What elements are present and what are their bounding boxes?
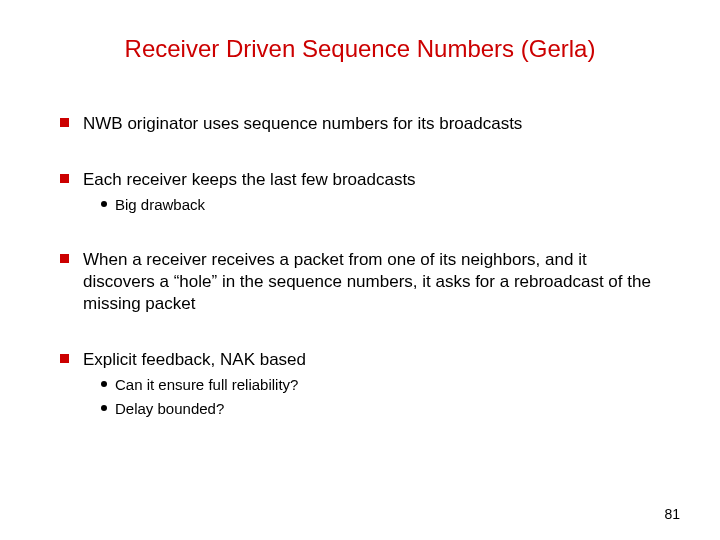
square-bullet-icon [60,174,69,183]
sub-bullet-text: Delay bounded? [115,399,224,419]
bullet-text: Explicit feedback, NAK based [83,350,306,369]
square-bullet-icon [60,118,69,127]
bullet-text: Each receiver keeps the last few broadca… [83,170,416,189]
dot-bullet-icon [101,381,107,387]
square-bullet-icon [60,354,69,363]
sub-bullet-item: Can it ensure full reliability? [101,375,660,395]
square-bullet-icon [60,254,69,263]
bullet-item: When a receiver receives a packet from o… [60,249,660,315]
bullet-item: Each receiver keeps the last few broadca… [60,169,660,215]
bullet-text: When a receiver receives a packet from o… [83,250,651,313]
bullet-list: NWB originator uses sequence numbers for… [60,113,660,418]
bullet-item: NWB originator uses sequence numbers for… [60,113,660,135]
sub-bullet-item: Delay bounded? [101,399,660,419]
slide-title: Receiver Driven Sequence Numbers (Gerla) [60,35,660,63]
page-number: 81 [664,506,680,522]
sub-bullet-text: Can it ensure full reliability? [115,375,298,395]
dot-bullet-icon [101,405,107,411]
bullet-item: Explicit feedback, NAK based Can it ensu… [60,349,660,418]
bullet-text: NWB originator uses sequence numbers for… [83,114,522,133]
sub-bullet-text: Big drawback [115,195,205,215]
sub-bullet-item: Big drawback [101,195,660,215]
dot-bullet-icon [101,201,107,207]
